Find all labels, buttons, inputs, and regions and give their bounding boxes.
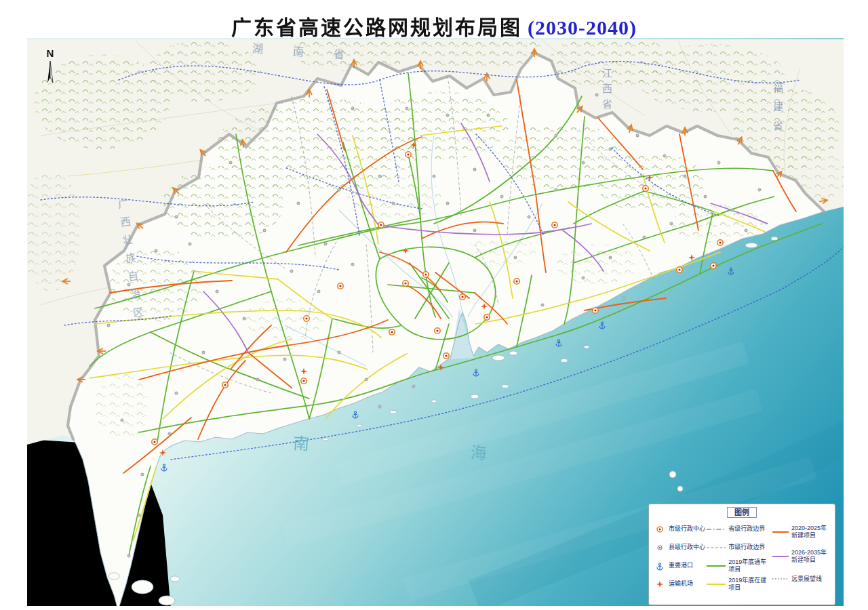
compass-n-label: N <box>43 47 57 59</box>
anchor-icon <box>653 561 667 571</box>
legend-item-important-port: 重要港口 <box>653 556 706 575</box>
legend-title: 图例 <box>653 507 831 518</box>
new-2026-2035-line-icon <box>772 554 789 559</box>
compass: N <box>43 47 57 88</box>
airplane-icon <box>653 580 667 589</box>
compass-needle-icon <box>43 60 57 85</box>
legend: 图例 市级行政中心 县级行政中心 <box>648 504 835 605</box>
legend-item-building-2019: 2019年底在建项目 <box>706 575 772 593</box>
legend-item-city-admin-center: 市级行政中心 <box>653 520 706 538</box>
legend-item-opened-2019: 2019年底通车项目 <box>706 556 772 575</box>
legend-item-outlook-line: 远景展望线 <box>772 569 831 589</box>
county-center-icon <box>653 544 667 552</box>
city-boundary-line-icon <box>706 545 726 550</box>
title-period: (2030-2040) <box>528 16 637 39</box>
outlook-line-icon <box>772 576 789 582</box>
province-boundary-line-icon <box>706 527 726 532</box>
planning-map-page: 广东省高速公路网规划布局图(2030-2040) N 湖南省 江西省 福建省 广… <box>0 0 868 610</box>
label-jiangxi-province: 江西省 <box>599 68 614 115</box>
new-2020-2025-line-icon <box>772 529 789 535</box>
legend-item-new-2026-2035: 2026-2035年新建项目 <box>772 544 831 569</box>
building-line-icon <box>706 582 726 587</box>
label-fujian-province: 福建省 <box>770 83 785 140</box>
legend-item-province-boundary: 省级行政边界 <box>706 520 772 538</box>
page-title: 广东省高速公路网规划布局图(2030-2040) <box>0 11 868 41</box>
legend-item-new-2020-2025: 2020-2025年新建项目 <box>772 520 831 544</box>
title-main: 广东省高速公路网规划布局图 <box>231 16 522 39</box>
legend-item-county-admin-center: 县级行政中心 <box>653 538 706 556</box>
opened-line-icon <box>706 563 726 569</box>
city-center-icon <box>653 525 667 533</box>
legend-item-transport-airport: 运输机场 <box>653 575 706 593</box>
legend-item-city-boundary: 市级行政边界 <box>706 538 772 556</box>
